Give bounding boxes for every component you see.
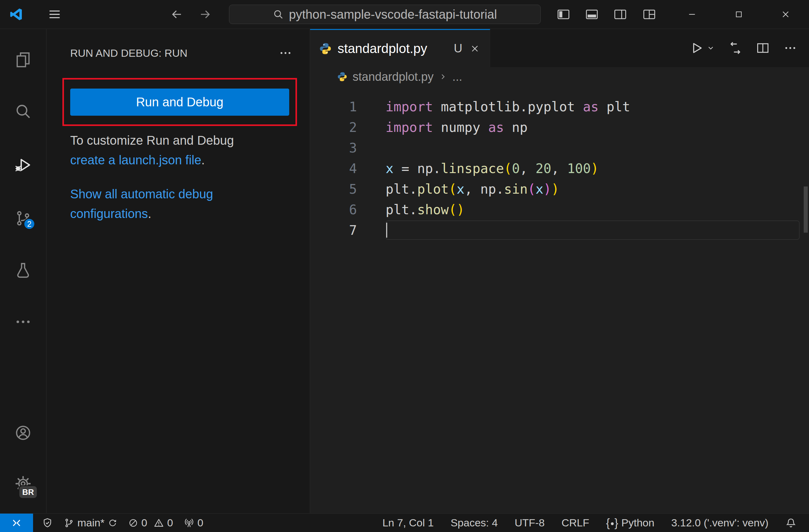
account-icon[interactable] (14, 424, 32, 442)
code-lines: 1import matplotlib.pyplot as plt2import … (310, 86, 809, 513)
editor-more-actions-icon[interactable] (784, 41, 797, 55)
ports-count: 0 (197, 517, 203, 529)
customize-layout-icon[interactable] (642, 0, 656, 29)
explorer-icon[interactable] (14, 51, 32, 69)
notifications-bell-icon[interactable] (785, 514, 796, 532)
tab-standardplot[interactable]: standardplot.py U (310, 29, 490, 67)
maximize-button[interactable] (716, 0, 762, 29)
radio-tower-icon (184, 518, 194, 528)
vscode-window: python-sample-vscode-fastapi-tutorial (0, 0, 809, 532)
run-and-debug-button[interactable]: Run and Debug (70, 89, 289, 116)
search-sidebar-icon[interactable] (14, 102, 32, 120)
scm-badge: 2 (23, 218, 35, 230)
breadcrumb-file[interactable]: standardplot.py (352, 70, 434, 84)
split-editor-icon[interactable] (756, 41, 770, 55)
code-text: x = np.linspace(0, 20, 100) (357, 161, 599, 176)
back-arrow-icon[interactable] (169, 0, 184, 29)
settings-gear-icon[interactable]: BR (14, 475, 32, 493)
toggle-secondary-sidebar-icon[interactable] (614, 0, 627, 29)
cursor-position[interactable]: Ln 7, Col 1 (382, 514, 434, 532)
line-number[interactable]: 4 (310, 161, 357, 176)
tab-untracked-indicator: U (454, 42, 462, 55)
breadcrumb-symbol[interactable]: ... (452, 70, 462, 84)
editor-group: standardplot.py U standardplot.py (310, 29, 809, 513)
run-and-debug-icon[interactable] (14, 156, 32, 174)
branch-name: main* (78, 517, 104, 529)
line-number[interactable]: 5 (310, 181, 357, 197)
breadcrumb: standardplot.py ... (310, 67, 809, 86)
eol-sequence[interactable]: CRLF (562, 514, 589, 532)
git-branch-item[interactable]: main* (64, 514, 118, 532)
period-text: . (201, 153, 205, 167)
language-label: Python (621, 517, 655, 529)
breadcrumb-chevron-icon (439, 72, 447, 81)
code-line[interactable]: 6plt.show() (310, 199, 809, 220)
code-line[interactable]: 2import numpy as np (310, 117, 809, 138)
command-center-search[interactable]: python-sample-vscode-fastapi-tutorial (229, 5, 541, 24)
profile-badge: BR (18, 485, 38, 499)
testing-icon[interactable] (14, 261, 32, 279)
run-dropdown-chevron-icon[interactable] (707, 44, 715, 52)
python-interpreter[interactable]: 3.12.0 ('.venv': venv) (671, 514, 769, 532)
code-text: plt.plot(x, np.sin(x)) (357, 181, 559, 197)
show-auto-configs-link[interactable]: Show all automatic debug configurations (70, 187, 213, 220)
customize-text: To customize Run and Debug (70, 134, 234, 147)
toggle-sidebar-icon[interactable] (556, 0, 570, 29)
close-button[interactable] (762, 0, 809, 29)
code-line[interactable]: 4x = np.linspace(0, 20, 100) (310, 158, 809, 179)
minimize-button[interactable] (669, 0, 716, 29)
panel-title: RUN AND DEBUG: RUN (70, 47, 188, 59)
line-number[interactable]: 6 (310, 202, 357, 217)
shield-icon (42, 517, 53, 529)
branch-icon (64, 518, 74, 528)
toggle-panel-icon[interactable] (585, 0, 599, 29)
forward-arrow-icon[interactable] (198, 0, 213, 29)
auto-config-paragraph: Show all automatic debug configurations. (70, 184, 251, 224)
code-text: import numpy as np (357, 120, 528, 135)
current-line-highlight (385, 220, 799, 240)
run-file-icon[interactable] (689, 41, 704, 55)
run-and-debug-panel: RUN AND DEBUG: RUN Run and Debug To cust… (47, 29, 310, 513)
warnings-count: 0 (167, 517, 173, 529)
open-changes-icon[interactable] (728, 41, 742, 55)
source-control-icon[interactable]: 2 (14, 209, 32, 227)
vscode-logo-icon (9, 0, 24, 29)
encoding[interactable]: UTF-8 (515, 514, 545, 532)
line-number[interactable]: 7 (310, 223, 357, 238)
problems-item[interactable]: 0 0 (128, 514, 173, 532)
activity-bar: 2 BR (0, 29, 47, 513)
indentation[interactable]: Spaces: 4 (450, 514, 498, 532)
workspace-trust-item[interactable] (42, 514, 53, 532)
sync-icon (108, 518, 118, 528)
python-file-icon (319, 42, 332, 55)
title-bar: python-sample-vscode-fastapi-tutorial (0, 0, 809, 29)
ports-item[interactable]: 0 (184, 514, 203, 532)
status-bar: main* 0 0 0 Ln 7, Col 1 Spaces: 4 UTF-8 … (0, 513, 809, 532)
remote-indicator[interactable] (0, 514, 33, 532)
menu-icon[interactable] (47, 0, 62, 29)
errors-count: 0 (141, 517, 147, 529)
line-number[interactable]: 1 (310, 99, 357, 114)
line-number[interactable]: 2 (310, 120, 357, 135)
customize-paragraph: To customize Run and Debug create a laun… (70, 131, 251, 170)
search-icon (273, 9, 284, 20)
code-line[interactable]: 3 (310, 138, 809, 158)
period-text: . (148, 207, 151, 220)
language-mode[interactable]: {} Python (606, 514, 655, 532)
create-launch-json-link[interactable]: create a launch.json file (70, 153, 201, 167)
tab-close-icon[interactable] (468, 42, 482, 55)
code-text: import matplotlib.pyplot as plt (357, 99, 630, 114)
code-line[interactable]: 5plt.plot(x, np.sin(x)) (310, 179, 809, 199)
panel-more-actions-icon[interactable] (279, 46, 292, 60)
text-cursor (386, 223, 387, 237)
more-views-icon[interactable] (14, 313, 32, 331)
editor-actions (689, 29, 809, 67)
line-number[interactable]: 3 (310, 140, 357, 156)
errors-icon (128, 518, 138, 528)
tab-bar: standardplot.py U (310, 29, 809, 67)
code-text: plt.show() (357, 202, 465, 217)
braces-icon: {} (606, 516, 618, 530)
editor-scrollbar[interactable] (804, 187, 808, 233)
code-line[interactable]: 7 (310, 220, 809, 241)
code-line[interactable]: 1import matplotlib.pyplot as plt (310, 96, 809, 117)
